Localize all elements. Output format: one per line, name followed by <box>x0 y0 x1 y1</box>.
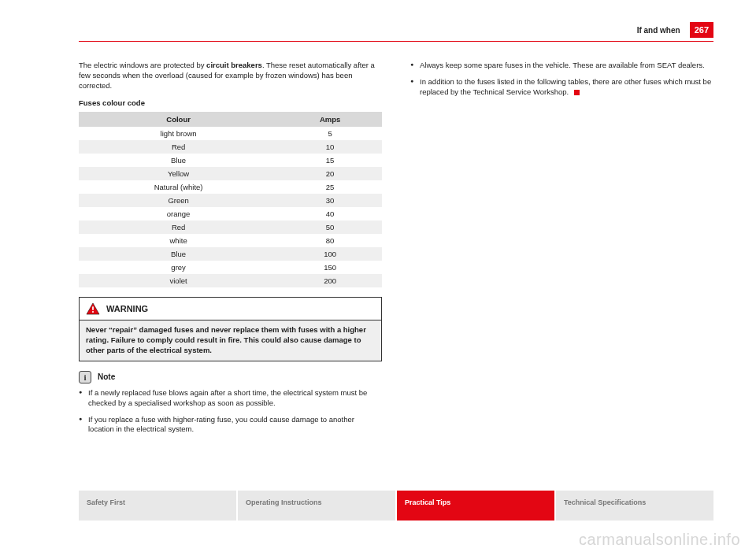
table-row: Yellow20 <box>79 167 382 180</box>
intro-paragraph: The electric windows are protected by ci… <box>79 61 382 91</box>
warning-title: WARNING <box>106 304 148 313</box>
table-row: Blue100 <box>79 247 382 261</box>
table-cell: 40 <box>278 207 382 220</box>
table-cell: orange <box>79 207 278 220</box>
warning-box: WARNING Never “repair” damaged fuses and… <box>79 297 382 361</box>
table-row: grey150 <box>79 261 382 274</box>
note-title: Note <box>98 372 115 381</box>
table-cell: 150 <box>278 261 382 274</box>
table-cell: white <box>79 234 278 247</box>
tab-operating-instructions[interactable]: Operating Instructions <box>238 491 395 521</box>
table-header-colour: Colour <box>79 112 278 127</box>
tab-technical-specifications[interactable]: Technical Specifications <box>556 491 713 521</box>
table-cell: Blue <box>79 247 278 261</box>
table-row: white80 <box>79 234 382 247</box>
table-cell: Yellow <box>79 167 278 180</box>
table-cell: 20 <box>278 167 382 180</box>
table-cell: 5 <box>278 127 382 140</box>
table-cell: 80 <box>278 234 382 247</box>
table-cell: Blue <box>79 154 278 167</box>
table-row: orange40 <box>79 207 382 220</box>
svg-rect-2 <box>92 312 94 313</box>
warning-header: WARNING <box>80 298 381 320</box>
table-row: violet200 <box>79 274 382 287</box>
table-cell: 15 <box>278 154 382 167</box>
table-header-row: Colour Amps <box>79 112 382 127</box>
table-cell: 200 <box>278 274 382 287</box>
table-cell: Red <box>79 220 278 234</box>
note-bullet: If a newly replaced fuse blows again aft… <box>79 388 382 409</box>
table-header-amps: Amps <box>278 112 382 127</box>
table-row: Natural (white)25 <box>79 180 382 194</box>
footer-tabs: Safety First Operating Instructions Prac… <box>79 491 713 521</box>
intro-bold: circuit breakers <box>206 61 262 69</box>
table-cell: violet <box>79 274 278 287</box>
watermark: carmanualsonline.info <box>579 531 740 549</box>
note-bullet: If you replace a fuse with higher-rating… <box>79 415 382 435</box>
table-cell: grey <box>79 261 278 274</box>
page-header: If and when 267 <box>79 22 713 38</box>
table-cell: 100 <box>278 247 382 261</box>
note-bullet: In addition to the fuses listed in the f… <box>410 77 713 98</box>
table-row: Blue15 <box>79 154 382 167</box>
note-header: i Note <box>79 371 382 383</box>
table-cell: 10 <box>278 140 382 154</box>
fuse-table: Colour Amps light brown5 Red10 Blue15 Ye… <box>79 112 382 287</box>
table-cell: Red <box>79 140 278 154</box>
header-rule <box>79 41 713 42</box>
table-row: light brown5 <box>79 127 382 140</box>
page-number: 267 <box>690 22 713 38</box>
table-row: Red50 <box>79 220 382 234</box>
table-cell: Natural (white) <box>79 180 278 194</box>
page: If and when 267 The electric windows are… <box>0 0 756 552</box>
content-columns: The electric windows are protected by ci… <box>79 61 713 441</box>
table-cell: 25 <box>278 180 382 194</box>
warning-triangle-icon <box>86 302 100 315</box>
table-cell: Green <box>79 194 278 207</box>
tab-safety-first[interactable]: Safety First <box>79 491 236 521</box>
svg-rect-1 <box>92 307 94 310</box>
column-left: The electric windows are protected by ci… <box>79 61 382 441</box>
tab-practical-tips[interactable]: Practical Tips <box>397 491 554 521</box>
bullet-text: In addition to the fuses listed in the f… <box>420 77 711 96</box>
table-row: Green30 <box>79 194 382 207</box>
section-title: If and when <box>637 26 680 35</box>
column-right: Always keep some spare fuses in the vehi… <box>410 61 713 441</box>
table-cell: light brown <box>79 127 278 140</box>
table-row: Red10 <box>79 140 382 154</box>
end-mark-icon <box>574 90 580 95</box>
info-icon: i <box>79 371 91 383</box>
note-bullet: Always keep some spare fuses in the vehi… <box>410 61 713 71</box>
table-title: Fuses colour code <box>79 98 382 107</box>
table-cell: 30 <box>278 194 382 207</box>
warning-body: Never “repair” damaged fuses and never r… <box>80 320 381 360</box>
table-cell: 50 <box>278 220 382 234</box>
